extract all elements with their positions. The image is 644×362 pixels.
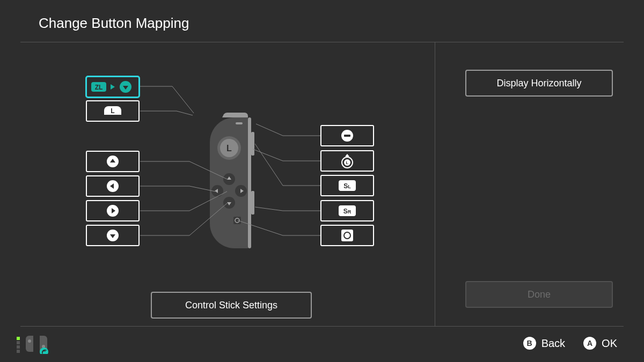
svg-rect-0 [248,117,251,248]
map-button-l[interactable]: L [86,100,140,122]
svg-rect-11 [233,217,241,224]
joycon-left-illustration: L [202,110,267,255]
svg-rect-2 [251,191,254,215]
map-button-zl[interactable]: ZL [85,76,140,98]
map-button-down[interactable] [86,225,140,246]
svg-rect-30 [341,230,353,241]
svg-rect-32 [17,337,20,340]
control-stick-settings-button[interactable]: Control Stick Settings [151,292,312,319]
svg-point-36 [28,339,31,343]
svg-rect-3 [236,122,243,124]
svg-text:L: L [226,144,232,153]
svg-text:ZL: ZL [95,84,103,91]
map-button-up[interactable] [86,151,140,172]
ok-label: OK [602,337,617,350]
map-button-capture[interactable] [320,225,374,246]
page-title: Change Button Mapping [39,15,189,32]
svg-text:SR: SR [343,208,352,215]
map-button-sl[interactable]: SL [320,175,374,196]
svg-rect-35 [17,350,20,353]
back-label: Back [541,337,565,350]
svg-rect-33 [17,341,20,344]
map-button-stick[interactable]: L [320,150,374,172]
a-button-icon: A [583,337,596,350]
divider-bottom [20,326,624,327]
map-button-sr[interactable]: SR [320,200,374,221]
divider-top [20,42,624,42]
svg-text:L: L [111,107,114,115]
b-button-icon: B [523,337,536,350]
map-button-minus[interactable] [320,125,374,146]
svg-rect-1 [251,132,254,156]
map-button-left[interactable] [86,175,140,197]
svg-rect-34 [17,345,20,349]
footer: B Back A OK [0,331,644,358]
svg-rect-22 [344,135,350,137]
done-button[interactable]: Done [465,281,613,308]
svg-text:L: L [346,160,349,165]
display-horizontally-button[interactable]: Display Horizontally [465,70,613,97]
svg-text:SL: SL [343,182,351,190]
controller-status-icon [15,336,48,354]
map-button-right[interactable] [86,200,140,221]
divider-vertical [435,42,435,326]
